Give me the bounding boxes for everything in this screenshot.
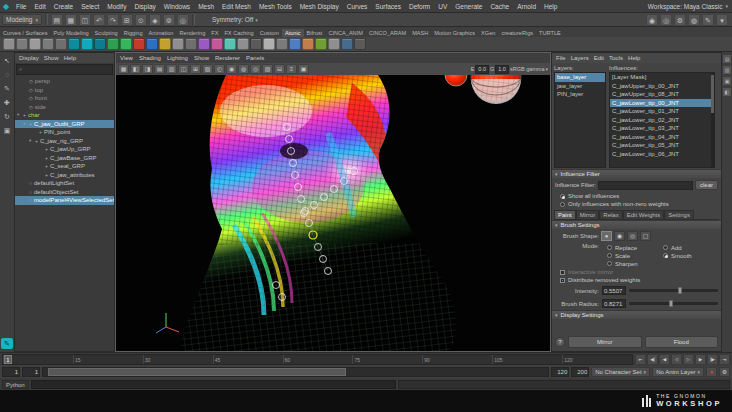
brush-shape-button[interactable]: ◎ (627, 231, 638, 241)
playback-button[interactable]: ◀ (659, 354, 670, 365)
brush-settings-header[interactable]: ▾ Brush Settings (552, 220, 721, 229)
playback-button[interactable]: ⇤ (635, 354, 646, 365)
toolbox-tool[interactable]: ▣ (1, 125, 13, 136)
viewport-menu-item[interactable]: Lighting (167, 55, 188, 61)
outliner-item[interactable]: ◇ persp (15, 77, 114, 86)
shelf-icon[interactable] (159, 38, 171, 50)
checkbox-icon[interactable] (560, 270, 565, 275)
statusline-icon[interactable]: ◎ (177, 14, 189, 26)
shelf-tab[interactable]: Animation (146, 29, 177, 37)
filter-option[interactable]: Show all influences (552, 192, 721, 200)
help-icon[interactable]: ? (555, 337, 565, 347)
shelf-icon[interactable] (224, 38, 236, 50)
statusline-icon[interactable]: ⊚ (163, 14, 175, 26)
intensity-slider[interactable] (629, 289, 718, 292)
menubar-item[interactable]: Cache (486, 3, 513, 10)
outliner-item[interactable]: ◇ front (15, 94, 114, 103)
gamma-field[interactable]: 1.0 (495, 65, 509, 74)
outliner-item[interactable]: ▾ + C_jaw_rig_GRP (15, 137, 114, 146)
skin-panel-tab[interactable]: Relax (599, 210, 622, 219)
shelf-tab[interactable]: Poly Modeling (50, 29, 91, 37)
sidebar-tab-icon[interactable]: ▤ (723, 55, 731, 63)
brush-option[interactable]: Distribute removed weights (552, 276, 721, 284)
viewport-toolbar-icon[interactable]: ◧ (130, 64, 141, 74)
viewport-toolbar-icon[interactable]: ⊞ (190, 64, 201, 74)
intensity-value-field[interactable]: 0.5507 (602, 286, 626, 295)
slider-handle[interactable] (669, 300, 673, 307)
outliner-item[interactable]: + PIN_point (15, 128, 114, 137)
influence-filter-header[interactable]: ▾ Influence Filter (552, 169, 721, 178)
skin-panel-tab[interactable]: Edit Weights (623, 210, 665, 219)
expand-arrow-icon[interactable]: ▾ (17, 111, 21, 120)
shelf-icon[interactable] (263, 38, 275, 50)
auto-keyframe-icon[interactable]: ● (706, 367, 717, 377)
brush-mode-option[interactable]: Smooth (663, 252, 710, 259)
sidebar-tab-icon[interactable]: ◧ (723, 88, 731, 96)
brush-mode-option[interactable]: Add (663, 244, 710, 251)
viewport-toolbar-icon[interactable]: ▤ (154, 64, 165, 74)
viewport-menu-item[interactable]: Renderer (215, 55, 240, 61)
influence-item[interactable]: C_jawLower_tip_00_JNT (610, 99, 714, 108)
viewport-toolbar-icon[interactable]: ▧ (202, 64, 213, 74)
animation-preferences-icon[interactable]: ⚙ (719, 367, 730, 377)
outliner-item[interactable]: + C_jawBase_GRP (15, 154, 114, 163)
range-slider[interactable] (42, 367, 549, 377)
sidebar-tab-icon[interactable]: ▥ (723, 66, 731, 74)
character-set-selector[interactable]: No Character Set ▾ (591, 367, 650, 377)
viewport-menu-item[interactable]: Panels (246, 55, 264, 61)
shelf-icon[interactable] (42, 38, 54, 50)
outliner-item[interactable]: ○ defaultLightSet (15, 179, 114, 188)
shelf-icon[interactable] (185, 38, 197, 50)
influence-item[interactable]: C_jawLower_tip_04_JNT (610, 133, 714, 142)
statusline-icon[interactable]: ◉ (646, 14, 658, 26)
maya-app-icon[interactable]: ◆ (0, 1, 12, 12)
skin-panel-menu-item[interactable]: Layers (571, 55, 589, 61)
statusline-icon[interactable]: ◎ (660, 14, 672, 26)
filter-option[interactable]: Only influences with non-zero weights (552, 200, 721, 208)
shelf-icon[interactable] (237, 38, 249, 50)
statusline-icon[interactable]: ◈ (149, 14, 161, 26)
outliner-menu-item[interactable]: Display (19, 55, 39, 61)
menubar-item[interactable]: Edit Mesh (218, 3, 255, 10)
viewport-toolbar-icon[interactable]: ◨ (142, 64, 153, 74)
shelf-icon[interactable] (107, 38, 119, 50)
skin-panel-tab[interactable]: Mirror (576, 210, 600, 219)
menubar-item[interactable]: Modify (103, 3, 130, 10)
anim-start-field[interactable]: 1 (2, 367, 20, 377)
shelf-tab[interactable]: FX (208, 29, 221, 37)
toolbox-tool[interactable]: ↖ (1, 55, 13, 66)
shelf-tab[interactable]: FX Caching (221, 29, 256, 37)
brush-option[interactable]: Interactive mirror (552, 268, 721, 276)
toolbox-tool[interactable]: ✎ (1, 338, 13, 349)
skin-panel-menu-item[interactable]: Edit (594, 55, 604, 61)
current-frame-marker[interactable]: 1 (4, 355, 12, 364)
shelf-icon[interactable] (211, 38, 223, 50)
sidebar-tab-icon[interactable]: ▣ (723, 77, 731, 85)
brush-mode-option[interactable]: Sharpen (607, 260, 663, 267)
playback-button[interactable]: ⇥ (719, 354, 730, 365)
range-slider-bar[interactable] (48, 368, 346, 376)
viewport-toolbar-icon[interactable]: ≡ (286, 64, 297, 74)
shelf-icon[interactable] (172, 38, 184, 50)
outliner-menu-item[interactable]: Show (44, 55, 59, 61)
anim-layer-selector[interactable]: No Anim Layer ▾ (652, 367, 704, 377)
shelf-tab[interactable]: Rendering (176, 29, 208, 37)
influence-item[interactable]: C_jawUpper_tip_00_JNT (610, 82, 714, 91)
command-line-input[interactable] (31, 380, 396, 389)
shelf-tab[interactable]: creatureRigs (498, 29, 536, 37)
shelf-icon[interactable] (133, 38, 145, 50)
influence-item[interactable]: C_jawLower_tip_05_JNT (610, 141, 714, 150)
toolbox-tool[interactable]: ✚ (1, 97, 13, 108)
shelf-icon[interactable] (250, 38, 262, 50)
toolbox-tool[interactable]: ◌ (1, 69, 13, 80)
menubar-item[interactable]: Windows (160, 3, 194, 10)
outliner-item[interactable]: + C_seal_GRP (15, 162, 114, 171)
menubar-item[interactable]: Select (77, 3, 103, 10)
influence-item[interactable]: C_jawLower_tip_03_JNT (610, 124, 714, 133)
menubar-item[interactable]: Deform (405, 3, 434, 10)
shelf-tab[interactable]: Motion Graphics (431, 29, 478, 37)
menubar-item[interactable]: Generate (451, 3, 486, 10)
layer-item[interactable]: base_layer (555, 73, 605, 82)
outliner-item[interactable]: + C_jaw_attributes (15, 171, 114, 180)
statusline-icon[interactable]: ⊙ (135, 14, 147, 26)
